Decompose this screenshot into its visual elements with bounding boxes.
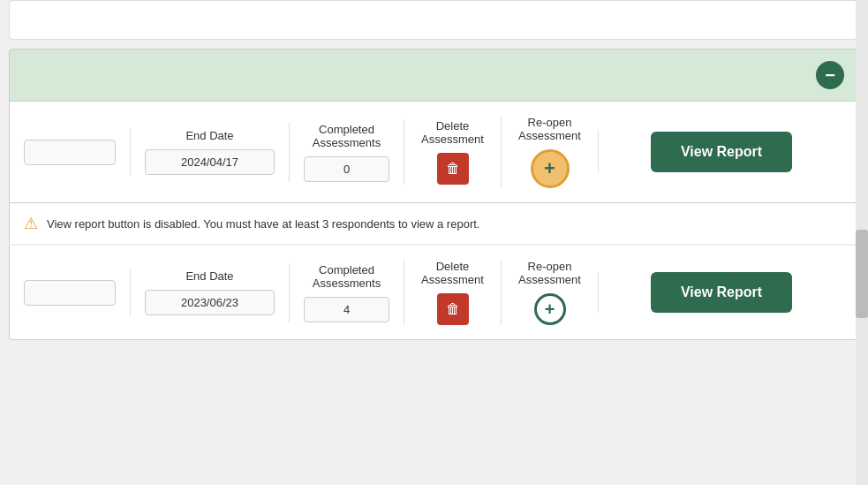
row2-end-date-col: End Date — [130, 269, 289, 315]
top-partial-card — [9, 0, 859, 40]
row1-completed-col: CompletedAssessments — [289, 123, 404, 182]
row2-card: End Date CompletedAssessments DeleteAsse… — [9, 246, 859, 340]
collapse-button[interactable]: − — [816, 61, 844, 89]
row1-completed-label: CompletedAssessments — [304, 123, 389, 149]
row1-name-input[interactable] — [24, 140, 116, 165]
row1-delete-button[interactable]: 🗑 — [437, 153, 469, 185]
row2-completed-input — [304, 297, 389, 322]
trash-icon: 🗑 — [446, 301, 460, 317]
row1-reopen-col: Re-openAssessment + — [501, 116, 598, 188]
row2-reopen-label: Re-openAssessment — [518, 260, 581, 286]
row1-completed-input — [304, 156, 389, 182]
warning-text: View report button is disabled. You must… — [47, 217, 479, 231]
scrollbar-thumb[interactable] — [856, 230, 868, 318]
row2-delete-col: DeleteAssessment 🗑 — [404, 260, 501, 325]
trash-icon: 🗑 — [446, 161, 460, 177]
row2-completed-col: CompletedAssessments — [289, 263, 404, 322]
row1-data-row: End Date CompletedAssessments DeleteAsse… — [10, 102, 858, 202]
row1-card: End Date CompletedAssessments DeleteAsse… — [9, 102, 859, 203]
row2-reopen-button[interactable]: + — [534, 293, 566, 325]
row1-delete-label: DeleteAssessment — [421, 119, 484, 146]
row1-delete-col: DeleteAssessment 🗑 — [404, 119, 501, 185]
warning-row: ⚠ View report button is disabled. You mu… — [9, 203, 859, 246]
row1-reopen-label: Re-openAssessment — [518, 116, 581, 142]
row2-delete-button[interactable]: 🗑 — [437, 293, 469, 325]
row1-end-date-input[interactable] — [145, 149, 275, 175]
plus-icon: + — [544, 157, 555, 180]
row1-reopen-button[interactable]: + — [531, 149, 570, 188]
row1-end-date-col: End Date — [130, 129, 289, 175]
row2-view-report-button[interactable]: View Report — [651, 272, 792, 313]
row1-end-date-label: End Date — [145, 129, 275, 142]
row2-view-report-col: View Report — [598, 272, 844, 313]
section-header: − — [9, 49, 859, 102]
row2-data-row: End Date CompletedAssessments DeleteAsse… — [10, 246, 858, 339]
row2-reopen-col: Re-openAssessment + — [501, 260, 598, 325]
row1-view-report-button[interactable]: View Report — [651, 132, 792, 172]
scrollbar-track[interactable] — [856, 0, 868, 485]
row2-name-input[interactable] — [24, 280, 116, 306]
row2-end-date-label: End Date — [145, 269, 275, 283]
row2-delete-label: DeleteAssessment — [421, 260, 484, 286]
row2-name-col — [24, 280, 130, 306]
row1-view-report-col: View Report — [598, 132, 844, 172]
plus-icon: + — [545, 299, 555, 320]
warning-icon: ⚠ — [24, 214, 38, 233]
main-container: − End Date CompletedAssessments DeleteAs… — [0, 0, 868, 340]
row2-completed-label: CompletedAssessments — [304, 263, 389, 290]
row2-end-date-input[interactable] — [145, 290, 275, 315]
row1-name-col — [24, 140, 130, 165]
